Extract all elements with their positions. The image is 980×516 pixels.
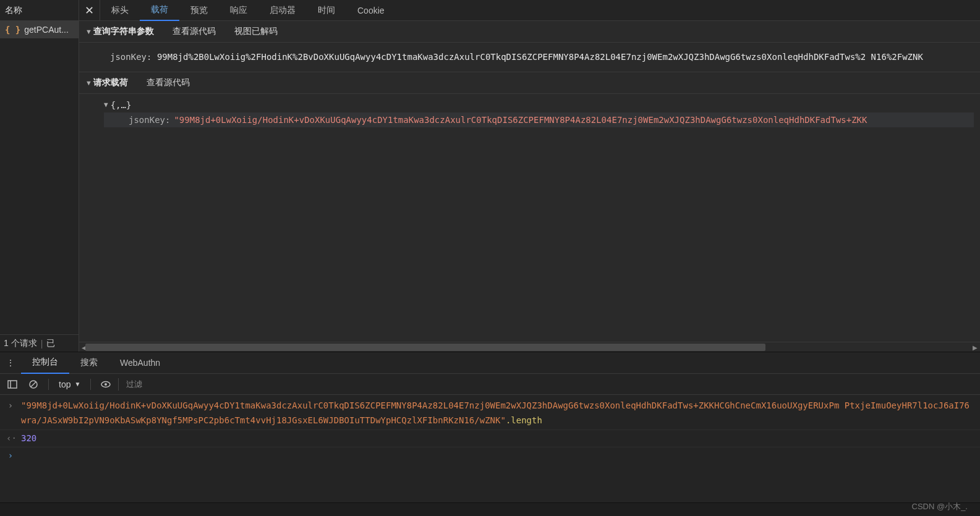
json-braces-icon: { }: [5, 25, 20, 35]
drawer-tab-console[interactable]: 控制台: [21, 352, 69, 374]
payload-content: ▼ 查询字符串参数 查看源代码 视图已解码 jsonKey: 99M8jd%2B…: [79, 21, 980, 342]
drawer-menu-button[interactable]: ⋮: [0, 358, 21, 368]
output-indicator-icon: ‹·: [6, 431, 15, 446]
tab-initiator[interactable]: 启动器: [258, 0, 307, 21]
footer-divider: |: [41, 339, 43, 349]
query-string-kv: jsonKey: 99M8jd%2B0LwXoiig%2FHodinK%2BvD…: [79, 43, 980, 72]
details-panel: ✕ 标头 载荷 预览 响应 启动器 时间 Cookie ▼ 查询字符串参数 查看…: [79, 0, 980, 352]
panel-icon: [7, 379, 17, 389]
console-number-literal: 320: [21, 433, 36, 443]
tree-child-node[interactable]: jsonKey: "99M8jd+0LwXoiig/HodinK+vDoXKuU…: [104, 112, 974, 127]
console-string-literal: "99M8jd+0LwXoiig/HodinK+vDoXKuUGqAwyy4cD…: [21, 400, 969, 425]
drawer-tabs: ⋮ 控制台 搜索 WebAuthn: [0, 352, 980, 374]
svg-rect-0: [8, 381, 17, 388]
horizontal-scrollbar[interactable]: ◀ ▶: [79, 342, 980, 352]
toolbar-divider: [90, 379, 91, 390]
sidebar-footer: 1 个请求 | 已: [0, 334, 79, 352]
query-key: jsonKey:: [110, 52, 151, 62]
view-source-link[interactable]: 查看源代码: [147, 77, 190, 88]
svg-line-3: [31, 382, 36, 387]
tab-headers[interactable]: 标头: [100, 0, 140, 21]
toggle-sidebar-button[interactable]: [4, 376, 21, 393]
details-tabs: ✕ 标头 载荷 预览 响应 启动器 时间 Cookie: [79, 0, 980, 21]
console-body: › "99M8jd+0LwXoiig/HodinK+vDoXKuUGqAwyy4…: [0, 395, 980, 502]
request-item-label: getPCAut...: [24, 25, 69, 35]
transfer-status: 已: [46, 338, 55, 349]
tree-value: "99M8jd+0LwXoiig/HodinK+vDoXKuUGqAwyy4cD…: [174, 115, 867, 125]
console-input-content: "99M8jd+0LwXoiig/HodinK+vDoXKuUGqAwyy4cD…: [21, 399, 974, 428]
context-selector[interactable]: top ▼: [55, 379, 84, 389]
tab-preview[interactable]: 预览: [179, 0, 219, 21]
request-item[interactable]: { } getPCAut...: [0, 21, 79, 38]
console-input-row[interactable]: › "99M8jd+0LwXoiig/HodinK+vDoXKuUGqAwyy4…: [0, 397, 980, 430]
input-indicator-icon: ›: [6, 399, 15, 428]
tab-cookies[interactable]: Cookie: [346, 0, 396, 21]
request-payload-section-header: ▼ 请求载荷 查看源代码: [79, 72, 980, 94]
sidebar-header: 名称: [0, 0, 79, 21]
chevron-down-icon: ▼: [85, 28, 92, 35]
toolbar-divider: [48, 379, 49, 390]
console-prompt-row[interactable]: ›: [0, 447, 980, 465]
tab-response[interactable]: 响应: [219, 0, 258, 21]
tree-root-label: {,…}: [111, 100, 132, 110]
query-string-section-header: ▼ 查询字符串参数 查看源代码 视图已解码: [79, 21, 980, 43]
context-label: top: [59, 379, 70, 389]
chevron-down-icon: ▼: [104, 101, 108, 109]
console-output-row[interactable]: ‹· 320: [0, 430, 980, 448]
console-filter-input[interactable]: [122, 377, 308, 392]
tab-payload[interactable]: 载荷: [140, 0, 179, 21]
tab-timing[interactable]: 时间: [307, 0, 346, 21]
eye-icon: [100, 379, 111, 390]
scrollbar-thumb[interactable]: [85, 344, 765, 351]
clear-console-button[interactable]: [25, 376, 42, 393]
chevron-down-icon: ▼: [85, 79, 92, 87]
view-source-link[interactable]: 查看源代码: [173, 26, 216, 37]
toolbar-divider: [118, 378, 119, 391]
view-decoded-link[interactable]: 视图已解码: [234, 26, 278, 37]
svg-point-5: [104, 383, 107, 386]
console-prompt[interactable]: [21, 449, 974, 463]
console-property: .length: [506, 415, 542, 425]
no-entry-icon: [28, 379, 38, 389]
close-details-button[interactable]: ✕: [79, 0, 100, 21]
query-value: 99M8jd%2B0LwXoiig%2FHodinK%2BvDoXKuUGqAw…: [157, 52, 923, 62]
prompt-indicator-icon: ›: [6, 449, 15, 463]
request-list-sidebar: 名称 { } getPCAut... 1 个请求 | 已: [0, 0, 79, 352]
chevron-down-icon: ▼: [74, 381, 80, 387]
tree-key: jsonKey:: [129, 115, 170, 125]
status-bar: [0, 502, 980, 516]
scroll-right-icon[interactable]: ▶: [970, 342, 980, 352]
drawer-tab-webauthn[interactable]: WebAuthn: [109, 352, 171, 374]
request-payload-title[interactable]: ▼ 请求载荷: [85, 77, 128, 88]
drawer-tab-search[interactable]: 搜索: [69, 352, 109, 374]
request-count: 1 个请求: [4, 338, 37, 349]
payload-tree: ▼ {,…} jsonKey: "99M8jd+0LwXoiig/HodinK+…: [79, 94, 980, 131]
watermark: CSDN @小木_.: [912, 501, 968, 512]
console-output-content: 320: [21, 431, 974, 446]
console-toolbar: top ▼: [0, 374, 980, 395]
tree-root-node[interactable]: ▼ {,…}: [104, 98, 974, 112]
query-string-title[interactable]: ▼ 查询字符串参数: [85, 26, 154, 37]
live-expression-button[interactable]: [97, 376, 114, 393]
